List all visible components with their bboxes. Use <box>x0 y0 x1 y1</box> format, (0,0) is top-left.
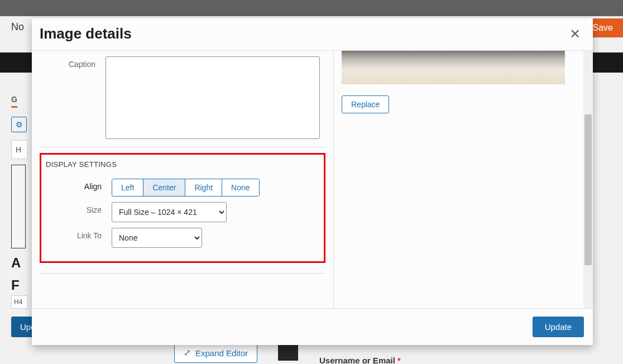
image-preview <box>342 51 565 84</box>
caption-row: Caption <box>40 56 325 139</box>
display-settings-highlight: DISPLAY SETTINGS Align Left Center Right… <box>40 153 325 263</box>
size-row: Size Full Size – 1024 × 421 <box>46 202 319 222</box>
linkto-row: Link To None <box>46 228 319 248</box>
display-settings-heading: DISPLAY SETTINGS <box>46 160 319 169</box>
modal-header: Image details ✕ <box>32 18 593 50</box>
modal-title: Image details <box>40 25 132 42</box>
close-button[interactable]: ✕ <box>566 26 584 42</box>
caption-input[interactable] <box>106 56 320 139</box>
align-left-button[interactable]: Left <box>112 179 143 197</box>
align-button-group: Left Center Right None <box>112 179 260 197</box>
align-label: Align <box>46 179 112 191</box>
preview-column: Replace <box>334 51 593 308</box>
sliders-icon: ⚙ <box>16 120 23 129</box>
align-row: Align Left Center Right None <box>46 179 319 197</box>
settings-column: Caption DISPLAY SETTINGS Align Left Cent… <box>32 51 334 308</box>
update-button[interactable]: Update <box>533 317 584 337</box>
image-details-modal: Image details ✕ Caption DISPLAY SETTINGS… <box>32 18 593 345</box>
bg-thumbnail <box>11 165 26 248</box>
modal-body: Caption DISPLAY SETTINGS Align Left Cent… <box>32 50 593 309</box>
linkto-select[interactable]: None <box>112 228 202 248</box>
divider <box>40 147 325 147</box>
caption-label: Caption <box>40 56 106 69</box>
align-none-button[interactable]: None <box>222 179 259 197</box>
align-center-button[interactable]: Center <box>143 179 185 197</box>
modal-footer: Update <box>32 309 593 345</box>
close-icon: ✕ <box>569 26 581 41</box>
bg-topbar <box>0 0 623 16</box>
bg-tool-button: ⚙ <box>11 117 27 132</box>
size-label: Size <box>46 202 112 214</box>
bg-small-h4: H4 <box>11 295 28 309</box>
bg-text-fragment: No <box>11 21 24 33</box>
size-select[interactable]: Full Size – 1024 × 421 <box>112 202 227 222</box>
scrollbar-track[interactable] <box>583 51 593 308</box>
bg-box-h: H <box>11 140 28 159</box>
bg-expand-editor-button: ⤢ Expand Editor <box>174 343 257 363</box>
bg-tab: G <box>11 95 17 108</box>
linkto-label: Link To <box>46 228 112 240</box>
bg-form-label: Username or Email * <box>319 356 401 364</box>
scrollbar-thumb[interactable] <box>584 114 592 265</box>
replace-button[interactable]: Replace <box>342 95 389 113</box>
expand-icon: ⤢ <box>184 348 191 358</box>
align-right-button[interactable]: Right <box>185 179 222 197</box>
divider-bottom <box>40 273 325 274</box>
